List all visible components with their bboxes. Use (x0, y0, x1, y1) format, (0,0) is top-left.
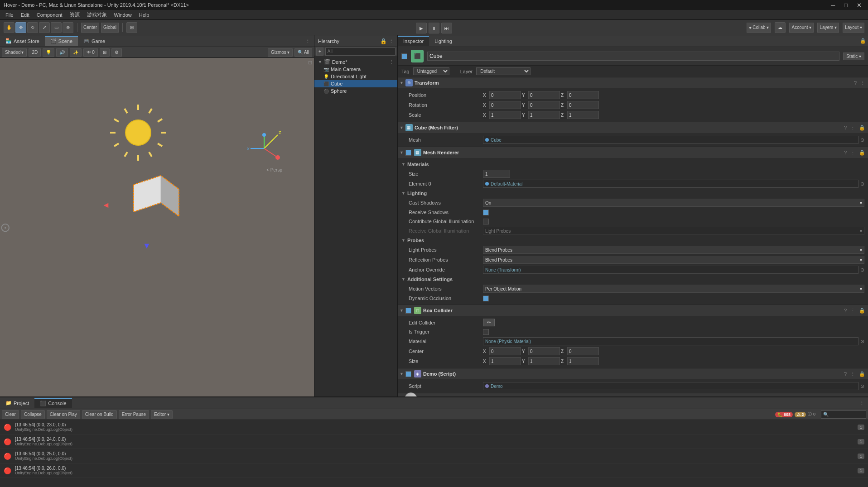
mesh-filter-help-btn[interactable]: ? (843, 125, 848, 131)
create-button[interactable]: + (316, 48, 323, 56)
layout-button[interactable]: Layout ▾ (843, 23, 864, 33)
demo-script-enabled-checkbox[interactable] (405, 371, 411, 377)
layers-button[interactable]: Layers ▾ (817, 23, 839, 33)
anchor-select-btn[interactable]: ⊙ (860, 267, 864, 273)
collapse-button[interactable]: Collapse (21, 410, 45, 419)
collider-material-select-btn[interactable]: ⊙ (860, 339, 864, 344)
box-collider-help-btn[interactable]: ? (843, 308, 848, 314)
inspector-lock-icon[interactable]: 🔒 (860, 38, 866, 44)
space-toggle[interactable]: Global (101, 23, 119, 33)
contribute-gi-checkbox[interactable] (483, 219, 489, 224)
csize-z-input[interactable] (567, 357, 599, 365)
close-button[interactable]: ✕ (854, 2, 864, 9)
step-button[interactable]: ⏭ (441, 23, 452, 33)
size-input[interactable] (483, 170, 510, 178)
scene-panel-options[interactable]: ⋮ (302, 38, 314, 44)
demo-script-settings-btn[interactable]: ⋮ (849, 371, 856, 377)
rect-tool[interactable]: ▭ (51, 22, 62, 33)
mesh-renderer-settings-btn[interactable]: ⋮ (849, 150, 856, 156)
cast-shadows-dropdown[interactable]: On ▾ (483, 199, 864, 207)
script-obj-field[interactable]: Demo (483, 382, 858, 390)
receive-shadows-checkbox[interactable] (483, 210, 489, 215)
scene-options-btn[interactable]: ⚙ (111, 48, 122, 57)
script-select-btn[interactable]: ⊙ (860, 383, 864, 389)
mesh-select-btn[interactable]: ⊙ (860, 137, 864, 143)
menu-edit[interactable]: Edit (17, 11, 33, 19)
rotation-x-input[interactable] (489, 101, 521, 109)
probes-section-header[interactable]: ▼ Probes (398, 236, 868, 245)
hierarchy-search-input[interactable] (325, 48, 395, 56)
mesh-obj-field[interactable]: Cube (483, 136, 858, 144)
effects-toggle[interactable]: ✨ (70, 48, 82, 57)
menu-gameobject[interactable]: 游戏对象 (83, 10, 111, 19)
menu-window[interactable]: Window (111, 11, 135, 19)
project-tab[interactable]: 📁 Project (0, 398, 34, 408)
rotation-z-input[interactable] (567, 101, 599, 109)
lighting-toggle[interactable]: 💡 (43, 48, 54, 57)
move-x-arrow[interactable]: ◄ (102, 201, 110, 210)
object-active-checkbox[interactable] (401, 53, 407, 59)
search-all-btn[interactable]: 🔍 All (294, 48, 312, 57)
tag-select[interactable]: Untagged (413, 67, 449, 75)
light-probes-dropdown[interactable]: Blend Probes ▾ (483, 246, 864, 254)
position-z-input[interactable] (567, 91, 599, 99)
snap-button[interactable]: ⊞ (126, 22, 137, 33)
collab-button[interactable]: ●Collab ▾ (747, 23, 771, 33)
transform-help-btn[interactable]: ? (853, 80, 858, 86)
shading-mode-dropdown[interactable]: Shaded ▾ (2, 48, 27, 57)
error-pause-button[interactable]: Error Pause (119, 410, 149, 419)
scene-view-options[interactable]: ⊡ (308, 60, 312, 66)
element0-select-btn[interactable]: ⊙ (860, 181, 864, 187)
anchor-override-field[interactable]: None (Transform) (483, 266, 858, 274)
pivot-toggle[interactable]: Center (81, 23, 99, 33)
scene-tab[interactable]: 🎬 Scene (45, 36, 78, 46)
clear-button[interactable]: Clear (2, 410, 19, 419)
hierarchy-options[interactable]: ⋮ (389, 38, 394, 44)
hierarchy-item-cube[interactable]: ⬛ Cube (314, 80, 397, 87)
clear-on-play-button[interactable]: Clear on Play (47, 410, 80, 419)
hierarchy-lock[interactable]: 🔒 (380, 38, 387, 44)
scale-y-input[interactable] (528, 111, 560, 119)
static-button[interactable]: Static ▾ (843, 53, 864, 60)
is-trigger-checkbox[interactable] (483, 329, 489, 335)
inspector-tab[interactable]: Inspector (398, 36, 429, 46)
mesh-renderer-header[interactable]: ▼ ▦ Mesh Renderer ? ⋮ 🔒 (398, 147, 868, 158)
edit-collider-button[interactable]: ✏ (483, 319, 495, 326)
lighting-tab[interactable]: Lighting (429, 37, 458, 46)
log-entry-1[interactable]: 🔴 [13:46:54] (0.0, 24.0, 0.0) UnityEngin… (0, 434, 868, 449)
demo-script-lock-btn[interactable]: 🔒 (858, 371, 866, 377)
hierarchy-item-directional-light[interactable]: 💡 Directional Light (314, 73, 397, 80)
asset-store-tab[interactable]: 🏪 Asset Store (0, 36, 45, 46)
clear-on-build-button[interactable]: Clear on Build (82, 410, 117, 419)
menu-help[interactable]: Help (135, 11, 153, 19)
rotate-tool[interactable]: ↻ (27, 22, 38, 33)
play-button[interactable]: ▶ (416, 23, 427, 33)
editor-dropdown[interactable]: Editor ▾ (151, 410, 173, 419)
layer-select[interactable]: Default (476, 67, 530, 75)
reflection-probes-dropdown[interactable]: Blend Probes ▾ (483, 256, 864, 264)
position-x-input[interactable] (489, 91, 521, 99)
custom-tool[interactable]: ⊕ (63, 22, 73, 33)
box-collider-enabled-checkbox[interactable] (405, 308, 411, 314)
mesh-renderer-lock-btn[interactable]: 🔒 (858, 150, 866, 156)
transform-header[interactable]: ▼ ⊕ Transform ? ⋮ (398, 77, 868, 88)
demo-script-header[interactable]: ▼ ◈ Demo (Script) ? ⋮ 🔒 (398, 368, 868, 379)
mesh-renderer-help-btn[interactable]: ? (843, 150, 848, 156)
box-collider-header[interactable]: ▼ ◻ Box Collider ? ⋮ 🔒 (398, 305, 868, 316)
scale-z-input[interactable] (567, 111, 599, 119)
hierarchy-item-demo[interactable]: ▼ 🎬 Demo* ⋮ (314, 58, 397, 66)
center-z-input[interactable] (567, 347, 599, 355)
demo-script-help-btn[interactable]: ? (843, 371, 848, 377)
log-entry-3[interactable]: 🔴 [13:46:54] (0.0, 26.0, 0.0) UnityEngin… (0, 463, 868, 478)
gizmos-dropdown[interactable]: Gizmos ▾ (268, 48, 293, 57)
transform-settings-btn[interactable]: ⋮ (859, 80, 866, 86)
lighting-section-header[interactable]: ▼ Lighting (398, 189, 868, 198)
minimize-button[interactable]: ─ (828, 2, 838, 9)
motion-vectors-dropdown[interactable]: Per Object Motion ▾ (483, 285, 864, 293)
rotation-y-input[interactable] (528, 101, 560, 109)
collider-material-field[interactable]: None (Physic Material) (483, 337, 858, 345)
log-entry-0[interactable]: 🔴 [13:46:54] (0.0, 23.0, 0.0) UnityEngin… (0, 420, 868, 434)
account-button[interactable]: Account ▾ (789, 23, 814, 33)
scene-view[interactable]: ⊙ (0, 58, 314, 396)
materials-section-header[interactable]: ▼ Materials (398, 160, 868, 169)
